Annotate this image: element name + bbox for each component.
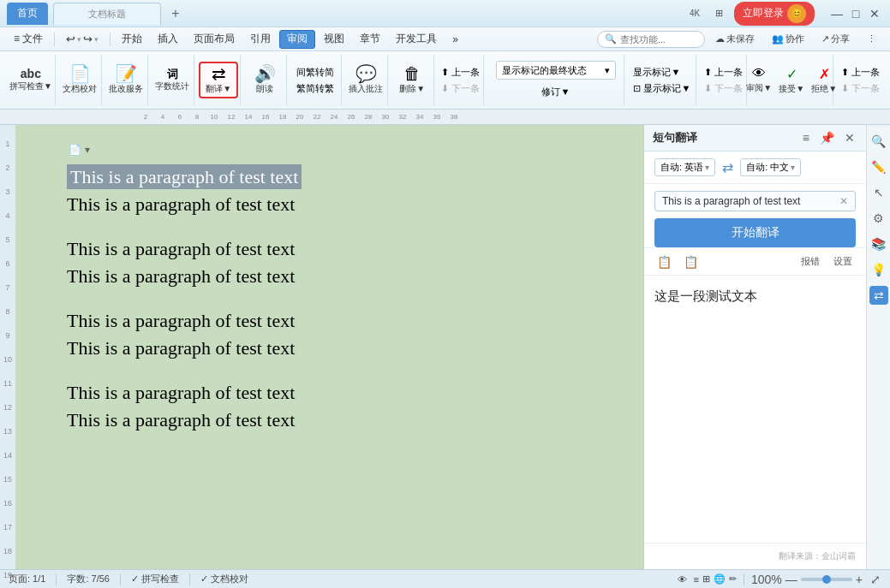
reject-button[interactable]: ✗ 拒绝▼: [809, 64, 839, 97]
edge-cursor-icon[interactable]: ↖: [869, 183, 888, 202]
ribbon-delete: 🗑 删除▼: [391, 55, 434, 105]
unsaved-btn[interactable]: ☁ 未保存: [708, 31, 762, 47]
4k-icon[interactable]: 4K: [686, 5, 703, 22]
result-copy-icon[interactable]: 📋: [654, 254, 674, 270]
edge-book-icon[interactable]: 📚: [869, 235, 888, 253]
delete-button[interactable]: 🗑 删除▼: [396, 63, 428, 97]
accept-button[interactable]: ✓ 接受▼: [776, 64, 807, 97]
result-settings-btn[interactable]: 设置: [830, 253, 856, 270]
sidebar-pin[interactable]: 📌: [817, 130, 837, 146]
sidebar-input-box[interactable]: This is a paragraph of test text ✕: [654, 191, 856, 211]
spellcheck-button[interactable]: abc 拼写检查▼: [6, 66, 56, 94]
showmarks-button2[interactable]: ⊡ 显示标记▼: [629, 81, 695, 96]
next-button-2[interactable]: ⬇ 下一条: [700, 81, 747, 96]
menu-reference[interactable]: 引用: [243, 30, 278, 49]
edge-bulb-icon[interactable]: 💡: [869, 260, 888, 279]
zoom-slider[interactable]: [801, 578, 852, 581]
menu-undo-group[interactable]: ↩▾ ↪▾: [59, 30, 105, 49]
readaloud-button[interactable]: 🔊 朗读: [249, 63, 280, 97]
minimize-button[interactable]: —: [828, 5, 845, 22]
doc-tab[interactable]: 文档标题: [53, 3, 161, 25]
more-menu-btn[interactable]: ⋮: [860, 32, 883, 46]
status-doccheck[interactable]: ✓ 文档校对: [200, 573, 248, 585]
edge-translate-icon[interactable]: ⇄: [869, 286, 888, 305]
doc-icon[interactable]: 📄: [67, 142, 83, 157]
menu-insert[interactable]: 插入: [151, 30, 185, 49]
login-button[interactable]: 立即登录 😊: [734, 2, 815, 26]
simptrad-button1[interactable]: 间繁转简: [292, 65, 338, 80]
grid-icon[interactable]: ⊞: [710, 5, 727, 22]
prev-button-3[interactable]: ⬆ 上一条: [837, 65, 884, 80]
add-tab-button[interactable]: +: [166, 4, 185, 23]
title-bar: 首页 文档标题 + 4K ⊞ 立即登录 😊 — □ ✕: [0, 0, 890, 27]
prev-button-2[interactable]: ⬆ 上一条: [700, 65, 747, 80]
simptrad-button2[interactable]: 繁简转繁: [292, 81, 338, 96]
restore-button[interactable]: □: [847, 5, 864, 22]
showmarks-button1[interactable]: 显示标记▼: [629, 65, 695, 80]
trackchanges-small-row: 修订▼: [537, 85, 574, 99]
status-spell[interactable]: ✓ 拼写检查: [131, 573, 179, 585]
wordcount-icon: 词: [167, 68, 178, 80]
layout-icon-4[interactable]: ✏: [729, 573, 737, 585]
fullscreen-button[interactable]: ⤢: [869, 572, 881, 587]
edge-search-icon[interactable]: 🔍: [869, 132, 888, 151]
doc-text-8: This is a paragraph of test text: [67, 409, 295, 431]
menu-start[interactable]: 开始: [115, 30, 149, 49]
sidebar-close[interactable]: ✕: [842, 130, 857, 146]
status-eye[interactable]: 👁: [678, 574, 687, 585]
edge-settings-icon[interactable]: ⚙: [869, 209, 888, 228]
doc-line-3: This is a paragraph of test text: [67, 238, 618, 260]
next-button-1[interactable]: ⬇ 下一条: [437, 81, 484, 96]
trackchanges-dropdown[interactable]: 显示标记的最终状态 ▾: [496, 61, 616, 80]
menu-view[interactable]: 视图: [317, 30, 351, 49]
translate-button[interactable]: ⇄ 翻译▼: [199, 62, 238, 98]
sidebar-footer: 翻译来源：金山词霸: [644, 543, 866, 569]
home-tab[interactable]: 首页: [7, 3, 48, 25]
collab-btn[interactable]: 👥 协作: [765, 31, 811, 47]
edge-pen-icon[interactable]: ✏️: [869, 157, 888, 176]
menu-chapter[interactable]: 章节: [353, 30, 387, 49]
result-report-btn[interactable]: 报错: [797, 253, 823, 270]
ribbon-doccheck: 📄 文档校对: [59, 55, 102, 105]
status-page[interactable]: 页面: 1/1: [9, 573, 45, 585]
translate-action-button[interactable]: 开始翻译: [654, 218, 856, 247]
ribbon-translate: ⇄ 翻译▼: [198, 55, 241, 105]
menu-file[interactable]: ≡ 文件: [7, 30, 50, 49]
prev-button-1[interactable]: ⬆ 上一条: [437, 65, 484, 80]
source-lang-select[interactable]: 自动: 英语 ▾: [654, 158, 715, 176]
modify-dropdown[interactable]: 修订▼: [537, 85, 574, 99]
wordcount-label: 字数统计: [155, 80, 189, 92]
zoom-plus-btn[interactable]: +: [856, 573, 863, 586]
title-bar-right: 4K ⊞ 立即登录 😊 — □ ✕: [686, 2, 883, 26]
insertnote-button[interactable]: 💬 插入批注: [345, 63, 386, 97]
next-button-3[interactable]: ⬇ 下一条: [837, 81, 884, 96]
result-paste-icon[interactable]: 📋: [681, 254, 701, 270]
search-box[interactable]: 🔍: [597, 31, 705, 48]
reviewservice-label: 批改服务: [109, 83, 143, 95]
menu-devtools[interactable]: 开发工具: [389, 30, 444, 49]
showmarks-rows: 显示标记▼ ⊡ 显示标记▼: [629, 65, 695, 96]
zoom-minus-btn[interactable]: —: [785, 573, 797, 586]
doccheck-button[interactable]: 📄 文档校对: [59, 63, 100, 97]
sidebar-clear-btn[interactable]: ✕: [839, 195, 848, 207]
close-button[interactable]: ✕: [866, 5, 883, 22]
status-chars[interactable]: 字数: 7/56: [67, 573, 110, 585]
share-btn[interactable]: ↗ 分享: [815, 31, 857, 47]
wordcount-button[interactable]: 词 字数统计: [152, 67, 193, 94]
search-input[interactable]: [620, 34, 697, 45]
menu-layout[interactable]: 页面布局: [187, 30, 242, 49]
target-lang-select[interactable]: 自动: 中文 ▾: [740, 158, 801, 176]
layout-icon-1[interactable]: ≡: [694, 574, 699, 585]
review-dropdown-btn[interactable]: 👁 审阅▼: [744, 64, 774, 97]
lang-exchange-icon[interactable]: ⇄: [720, 159, 735, 175]
document-area[interactable]: 📄 ▾ This is a paragraph of test text Thi…: [15, 125, 643, 569]
menu-review[interactable]: 审阅: [279, 30, 315, 49]
reviewservice-button[interactable]: 📝 批改服务: [105, 63, 146, 97]
doc-arrow[interactable]: ▾: [83, 142, 92, 157]
sidebar-hamburger[interactable]: ≡: [800, 130, 812, 146]
layout-icon-2[interactable]: ⊞: [702, 573, 710, 585]
menu-more[interactable]: »: [445, 30, 465, 49]
status-sep-1: [56, 573, 57, 585]
layout-icon-3[interactable]: 🌐: [714, 573, 726, 585]
doc-spacer-2: [67, 293, 618, 310]
